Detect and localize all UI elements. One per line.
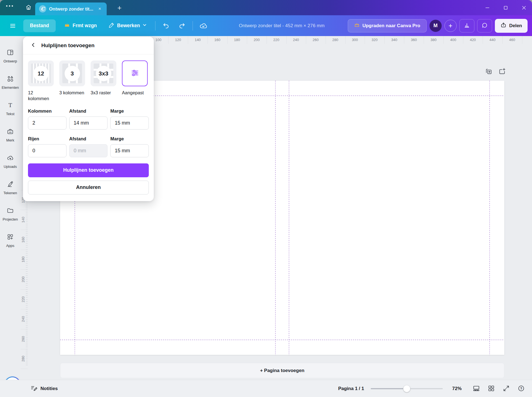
cloud-saved-icon[interactable] bbox=[198, 20, 209, 31]
sidebar-item-elementen[interactable]: Elementen bbox=[0, 69, 21, 95]
ruler-tick bbox=[26, 335, 28, 335]
row-margin-input[interactable] bbox=[110, 144, 149, 157]
sidebar-item-tekst[interactable]: T Tekst bbox=[0, 95, 21, 122]
ruler-tick bbox=[26, 271, 28, 272]
toolbar-divider bbox=[155, 21, 155, 31]
back-button[interactable] bbox=[29, 41, 38, 50]
zoom-slider-thumb[interactable] bbox=[403, 385, 410, 392]
guide-vertical[interactable] bbox=[275, 81, 276, 355]
ruler-label: 280 bbox=[332, 38, 338, 42]
preset-3-columns[interactable]: 3 3 kolommen bbox=[59, 60, 86, 102]
add-page-button[interactable]: + Pagina toevoegen bbox=[60, 363, 504, 378]
hamburger-menu-button[interactable] bbox=[7, 20, 18, 31]
row-gap-input[interactable] bbox=[69, 144, 108, 157]
zoom-slider[interactable] bbox=[371, 385, 443, 392]
resize-button[interactable]: Frmt wzgn bbox=[61, 19, 100, 32]
sidebar-item-tekenen[interactable]: Tekenen bbox=[0, 175, 21, 201]
ruler-tick bbox=[26, 343, 28, 343]
ruler-tick bbox=[26, 234, 28, 234]
insights-button[interactable] bbox=[459, 19, 474, 32]
ruler-separator bbox=[306, 36, 306, 44]
close-button[interactable] bbox=[521, 5, 527, 11]
elements-icon bbox=[7, 75, 14, 84]
ruler-tick bbox=[26, 281, 28, 282]
uploads-cloud-icon bbox=[7, 154, 14, 163]
overflow-menu-button[interactable] bbox=[6, 5, 13, 7]
ruler-tick bbox=[26, 206, 28, 206]
presentation-view-button[interactable] bbox=[472, 384, 481, 393]
avatar[interactable]: M bbox=[429, 20, 442, 32]
maximize-button[interactable] bbox=[503, 5, 509, 11]
design-icon bbox=[7, 49, 14, 57]
sidebar-item-apps[interactable]: Apps bbox=[0, 227, 21, 254]
column-gap-input[interactable] bbox=[69, 117, 108, 130]
ruler-label: 180 bbox=[21, 256, 25, 262]
ruler-tick bbox=[26, 204, 28, 204]
columns-input[interactable] bbox=[28, 117, 66, 130]
add-page-icon-button[interactable] bbox=[498, 67, 507, 76]
ruler-tick bbox=[26, 222, 28, 222]
fullscreen-button[interactable] bbox=[502, 384, 511, 393]
ruler-tick bbox=[26, 228, 28, 228]
upgrade-button[interactable]: Upgraden naar Canva Pro bbox=[348, 19, 427, 32]
add-guides-submit-button[interactable]: Hulplijnen toevoegen bbox=[28, 163, 149, 177]
duplicate-page-button[interactable] bbox=[484, 67, 493, 76]
ruler-tick bbox=[26, 216, 28, 216]
zoom-percent: 72% bbox=[452, 386, 462, 391]
ruler-label: 260 bbox=[313, 38, 319, 42]
ruler-separator bbox=[384, 36, 385, 44]
ruler-tick bbox=[26, 279, 28, 280]
ruler-label: 220 bbox=[21, 296, 25, 302]
cancel-button[interactable]: Annuleren bbox=[28, 181, 149, 194]
ruler-tick bbox=[26, 277, 28, 278]
ruler-separator bbox=[404, 36, 404, 44]
guide-vertical[interactable] bbox=[289, 81, 289, 355]
add-page-icon bbox=[498, 67, 506, 76]
ruler-tick bbox=[26, 232, 28, 232]
sidebar-item-projecten[interactable]: Projecten bbox=[0, 201, 21, 227]
ruler-label: 240 bbox=[21, 316, 25, 322]
ruler-tick bbox=[26, 252, 28, 252]
toolbar-divider bbox=[193, 21, 193, 31]
guide-horizontal[interactable] bbox=[60, 340, 504, 340]
redo-button[interactable] bbox=[177, 20, 188, 31]
preset-3x3-grid[interactable]: 3x3 3x3 raster bbox=[91, 60, 117, 102]
ruler-tick bbox=[26, 305, 28, 305]
sidebar-item-ontwerp[interactable]: Ontwerp bbox=[0, 43, 21, 69]
page-indicator: Pagina 1 / 1 bbox=[338, 386, 364, 391]
minimize-button[interactable] bbox=[484, 5, 490, 11]
crown-outline-icon bbox=[354, 22, 360, 29]
file-menu-button[interactable]: Bestand bbox=[23, 19, 56, 32]
sidebar-item-merk[interactable]: co Merk bbox=[0, 122, 21, 148]
share-button[interactable]: Delen bbox=[495, 19, 528, 33]
ruler-tick bbox=[26, 309, 28, 309]
ruler-tick bbox=[26, 254, 28, 254]
undo-button[interactable] bbox=[160, 20, 172, 31]
column-margin-input[interactable] bbox=[110, 117, 149, 130]
edit-menu-button[interactable]: Bewerken bbox=[105, 19, 150, 32]
chevron-down-icon bbox=[142, 23, 147, 29]
add-member-button[interactable]: + bbox=[444, 20, 457, 32]
guide-vertical[interactable] bbox=[489, 81, 490, 355]
ruler-tick bbox=[26, 240, 28, 240]
ruler-tick bbox=[26, 246, 28, 246]
ruler-tick bbox=[26, 250, 28, 250]
active-tab[interactable]: C Ontwerp zonder tit... × bbox=[35, 2, 107, 15]
home-button[interactable] bbox=[23, 2, 34, 13]
ruler-label: 380 bbox=[431, 38, 437, 42]
help-button[interactable]: ? bbox=[516, 384, 526, 393]
new-tab-button[interactable]: + bbox=[114, 2, 125, 13]
comments-button[interactable] bbox=[477, 19, 492, 32]
sidebar-item-uploads[interactable]: Uploads bbox=[0, 148, 21, 175]
document-title: Ontwerp zonder titel - 452 mm × 276 mm bbox=[239, 15, 324, 36]
preset-custom[interactable]: Aangepast bbox=[122, 60, 148, 102]
ruler-tick bbox=[26, 264, 28, 264]
ruler-label: 120 bbox=[175, 38, 181, 42]
notes-button[interactable]: Notities bbox=[30, 380, 58, 397]
grid-view-button[interactable] bbox=[487, 384, 496, 393]
ruler-separator bbox=[168, 36, 168, 44]
rows-input[interactable] bbox=[28, 144, 66, 157]
preset-12-columns[interactable]: 12 12 kolommen bbox=[28, 60, 54, 102]
ruler-tick bbox=[26, 269, 28, 270]
tab-close-icon[interactable]: × bbox=[97, 6, 103, 12]
